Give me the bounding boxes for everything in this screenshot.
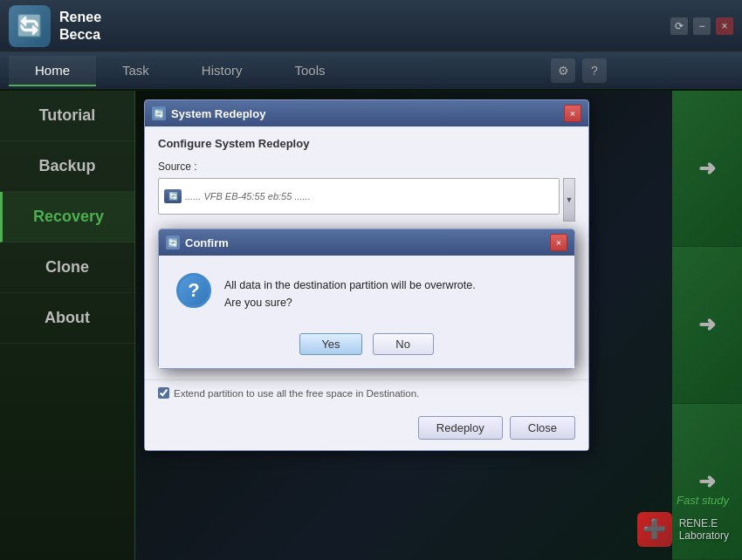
sidebar-item-recovery[interactable]: Recovery — [0, 192, 134, 242]
dialog-overlay: 🔄 System Redeploy × Configure System Red… — [135, 91, 742, 560]
dialog-action-buttons: Redeploy Close — [158, 416, 575, 440]
dialog-title-icon: 🔄 — [152, 106, 166, 120]
nav-icons: ⚙ ? — [551, 58, 607, 83]
tab-task[interactable]: Task — [96, 56, 175, 86]
app-name: Renee Becca — [59, 9, 101, 42]
title-bar-controls: ⟳ − × — [670, 17, 733, 35]
source-scroll-button[interactable]: ▼ — [563, 178, 575, 222]
confirm-titlebar: 🔄 Confirm × — [159, 229, 574, 256]
fast-study-text: Fast study — [677, 494, 729, 507]
bottom-brand: Fast study ➕ RENE.E Laboratory — [637, 494, 729, 547]
minimize-button[interactable]: − — [693, 17, 711, 35]
confirm-body: ? All data in the destination partition … — [159, 256, 574, 324]
dialog-bottom: Extend partition to use all the free spa… — [145, 379, 588, 450]
close-window-button[interactable]: × — [716, 17, 733, 35]
main-layout: Tutorial Backup Recovery Clone About ➜ ➜… — [0, 91, 742, 560]
sidebar-item-tutorial[interactable]: Tutorial — [0, 91, 134, 141]
system-redeploy-dialog: 🔄 System Redeploy × Configure System Red… — [144, 99, 589, 451]
confirm-message: All data in the destination partition wi… — [224, 273, 476, 311]
tab-tools[interactable]: Tools — [269, 56, 352, 86]
source-text: ...... VFB EB-45:55 eb:55 ...... — [185, 191, 553, 201]
nav-tabs: Home Task History Tools — [9, 56, 551, 86]
restore-button[interactable]: ⟳ — [670, 17, 688, 35]
confirm-title-icon: 🔄 — [166, 236, 180, 249]
confirm-icon: ? — [176, 273, 211, 308]
confirm-close-button[interactable]: × — [550, 234, 567, 251]
source-label: Source : — [158, 160, 575, 173]
app-logo — [9, 5, 51, 47]
confirm-yes-button[interactable]: Yes — [299, 333, 361, 355]
tab-home[interactable]: Home — [9, 56, 96, 86]
brand-name: RENE.E Laboratory — [679, 517, 729, 543]
nav-bar: Home Task History Tools ⚙ ? — [0, 52, 742, 91]
title-bar: Renee Becca ⟳ − × — [0, 0, 742, 52]
confirm-title-text: Confirm — [185, 236, 545, 249]
close-dialog-btn[interactable]: Close — [510, 416, 575, 440]
sidebar: Tutorial Backup Recovery Clone About — [0, 91, 135, 560]
brand-icon: ➕ — [637, 512, 672, 547]
confirm-no-button[interactable]: No — [373, 333, 434, 355]
brand-logo: ➕ RENE.E Laboratory — [637, 512, 729, 547]
dialog-close-button[interactable]: × — [564, 105, 581, 122]
source-row: 🔄 ...... VFB EB-45:55 eb:55 ...... — [158, 178, 560, 215]
settings-button[interactable]: ⚙ — [551, 58, 575, 83]
confirm-overlay: 🔄 Confirm × ? All data in the destinatio… — [158, 229, 575, 369]
extend-checkbox[interactable] — [158, 387, 169, 399]
dialog-title-text: System Redeploy — [171, 107, 559, 120]
source-icon: 🔄 — [164, 189, 182, 203]
dialog-body: Configure System Redeploy Source : 🔄 ...… — [145, 126, 588, 379]
content-area: ➜ ➜ ➜ 🔄 System Redeploy × Configure Syst… — [135, 91, 742, 560]
tab-history[interactable]: History — [175, 56, 269, 86]
dialog-titlebar: 🔄 System Redeploy × — [145, 100, 588, 126]
sidebar-item-backup[interactable]: Backup — [0, 141, 134, 192]
extend-checkbox-label: Extend partition to use all the free spa… — [174, 388, 419, 399]
dialog-subtitle: Configure System Redeploy — [158, 137, 575, 150]
sidebar-item-about[interactable]: About — [0, 293, 134, 344]
confirm-dialog: 🔄 Confirm × ? All data in the destinatio… — [158, 229, 575, 369]
confirm-buttons: Yes No — [159, 324, 574, 368]
help-button[interactable]: ? — [582, 58, 607, 83]
extend-checkbox-row: Extend partition to use all the free spa… — [158, 387, 575, 399]
redeploy-button[interactable]: Redeploy — [418, 416, 503, 440]
sidebar-item-clone[interactable]: Clone — [0, 242, 134, 293]
